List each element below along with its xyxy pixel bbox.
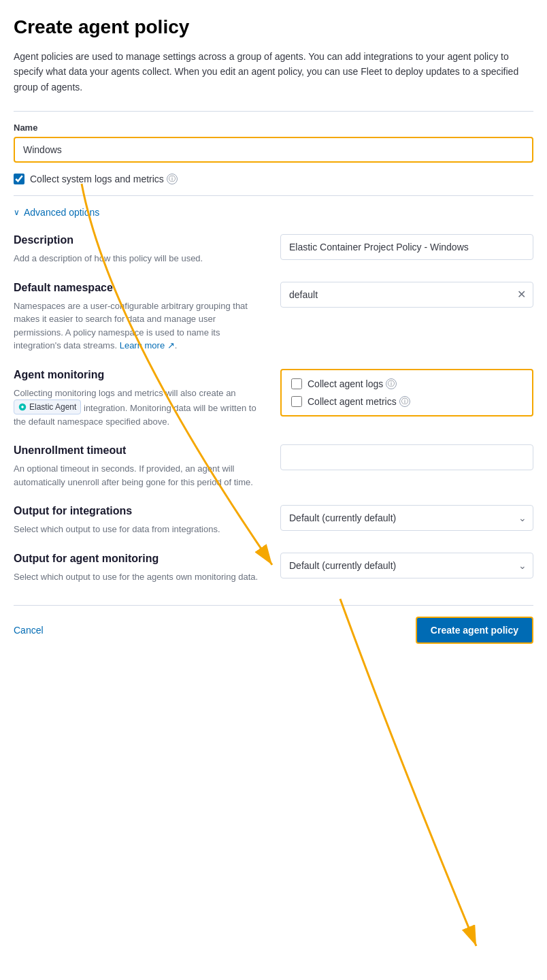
advanced-options-toggle[interactable]: ∨ Advanced options bbox=[14, 207, 533, 218]
output-monitoring-heading: Output for agent monitoring bbox=[14, 553, 267, 565]
unenrollment-body: An optional timeout in seconds. If provi… bbox=[14, 462, 267, 489]
unenrollment-section: Unenrollment timeout An optional timeout… bbox=[14, 444, 533, 489]
output-integrations-select-wrapper: Default (currently default) ⌄ bbox=[280, 505, 533, 531]
name-input[interactable] bbox=[14, 137, 533, 163]
output-monitoring-section-right: Default (currently default) ⌄ bbox=[280, 553, 533, 578]
divider-top bbox=[14, 111, 533, 112]
agent-monitoring-section-right: Collect agent logs ⓘ Collect agent metri… bbox=[280, 369, 533, 416]
collect-system-label: Collect system logs and metrics ⓘ bbox=[30, 174, 178, 184]
description-section: Description Add a description of how thi… bbox=[14, 234, 533, 265]
output-monitoring-select-wrapper: Default (currently default) ⌄ bbox=[280, 553, 533, 578]
namespace-clear-button[interactable]: ✕ bbox=[510, 288, 533, 301]
collect-logs-label: Collect agent logs ⓘ bbox=[308, 378, 397, 389]
agent-monitoring-checkboxes: Collect agent logs ⓘ Collect agent metri… bbox=[280, 369, 533, 416]
collect-logs-checkbox[interactable] bbox=[291, 378, 302, 389]
output-monitoring-section-left: Output for agent monitoring Select which… bbox=[14, 553, 267, 584]
namespace-heading: Default namespace bbox=[14, 282, 267, 294]
learn-more-link[interactable]: Learn more ↗ bbox=[120, 340, 175, 350]
collect-system-info-icon[interactable]: ⓘ bbox=[167, 174, 178, 184]
namespace-section: Default namespace Namespaces are a user-… bbox=[14, 282, 533, 353]
agent-monitoring-section-left: Agent monitoring Collecting monitoring l… bbox=[14, 369, 267, 429]
collect-metrics-row: Collect agent metrics ⓘ bbox=[291, 396, 523, 407]
page-title: Create agent policy bbox=[14, 16, 533, 38]
namespace-section-right: ✕ bbox=[280, 282, 533, 308]
output-integrations-heading: Output for integrations bbox=[14, 505, 267, 517]
divider-mid bbox=[14, 195, 533, 196]
namespace-input[interactable] bbox=[281, 284, 510, 306]
chevron-down-icon: ∨ bbox=[14, 208, 20, 217]
cancel-button[interactable]: Cancel bbox=[14, 619, 44, 641]
namespace-section-left: Default namespace Namespaces are a user-… bbox=[14, 282, 267, 353]
name-label: Name bbox=[14, 122, 533, 133]
namespace-input-wrapper: ✕ bbox=[280, 282, 533, 308]
output-monitoring-section: Output for agent monitoring Select which… bbox=[14, 553, 533, 584]
unenrollment-input[interactable] bbox=[280, 444, 533, 470]
output-integrations-select[interactable]: Default (currently default) bbox=[280, 505, 533, 531]
page-description: Agent policies are used to manage settin… bbox=[14, 49, 533, 95]
agent-monitoring-section: Agent monitoring Collecting monitoring l… bbox=[14, 369, 533, 429]
unenrollment-heading: Unenrollment timeout bbox=[14, 444, 267, 457]
create-agent-policy-button[interactable]: Create agent policy bbox=[416, 617, 533, 644]
description-heading: Description bbox=[14, 234, 267, 246]
output-integrations-section-left: Output for integrations Select which out… bbox=[14, 505, 267, 536]
output-integrations-section: Output for integrations Select which out… bbox=[14, 505, 533, 536]
collect-logs-info-icon[interactable]: ⓘ bbox=[386, 378, 397, 389]
collect-metrics-checkbox[interactable] bbox=[291, 396, 302, 407]
unenrollment-section-right bbox=[280, 444, 533, 470]
footer: Cancel Create agent policy bbox=[14, 605, 533, 644]
output-integrations-body: Select which output to use for data from… bbox=[14, 523, 267, 536]
collect-metrics-info-icon[interactable]: ⓘ bbox=[399, 396, 410, 407]
description-section-left: Description Add a description of how thi… bbox=[14, 234, 267, 265]
agent-monitoring-heading: Agent monitoring bbox=[14, 369, 267, 381]
collect-metrics-label: Collect agent metrics ⓘ bbox=[308, 396, 410, 407]
unenrollment-section-left: Unenrollment timeout An optional timeout… bbox=[14, 444, 267, 489]
description-input[interactable] bbox=[280, 234, 533, 260]
collect-system-checkbox[interactable] bbox=[14, 174, 24, 184]
elastic-agent-badge: Elastic Agent bbox=[14, 399, 81, 414]
description-section-right bbox=[280, 234, 533, 260]
advanced-options-label: Advanced options bbox=[24, 207, 99, 218]
namespace-body: Namespaces are a user-configurable arbit… bbox=[14, 299, 267, 353]
description-body: Add a description of how this policy wil… bbox=[14, 252, 267, 265]
output-monitoring-select[interactable]: Default (currently default) bbox=[280, 553, 533, 578]
agent-monitoring-body: Collecting monitoring logs and metrics w… bbox=[14, 387, 267, 429]
output-monitoring-body: Select which output to use for the agent… bbox=[14, 570, 267, 584]
output-integrations-section-right: Default (currently default) ⌄ bbox=[280, 505, 533, 531]
collect-logs-row: Collect agent logs ⓘ bbox=[291, 378, 523, 389]
